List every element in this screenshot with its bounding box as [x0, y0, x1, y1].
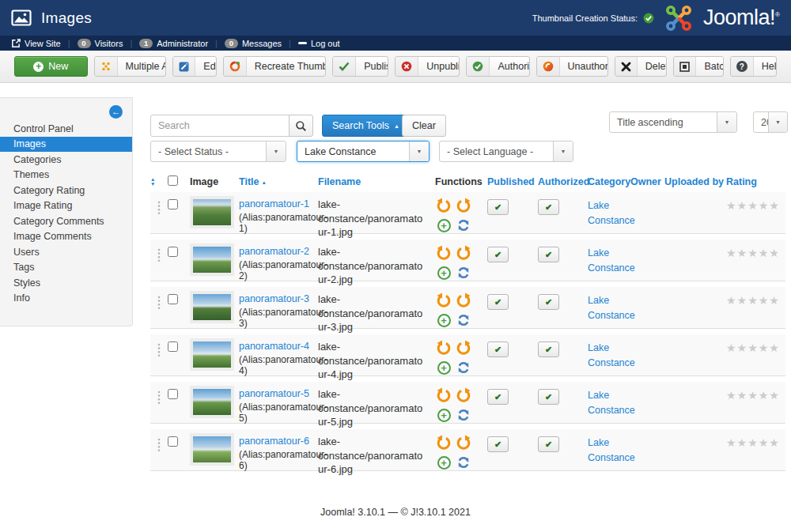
view-site-link[interactable]: View Site	[11, 39, 61, 48]
unpublish-button[interactable]: Unpublish	[395, 56, 460, 77]
row-checkbox[interactable]	[168, 341, 178, 352]
image-title-link[interactable]: panoramatour-1	[239, 198, 318, 209]
header-filename[interactable]: Filename	[318, 176, 435, 187]
published-toggle[interactable]: ✔	[487, 436, 509, 452]
language-filter-select[interactable]: - Select Language - ▼	[439, 141, 573, 162]
authorized-toggle[interactable]: ✔	[538, 341, 559, 357]
image-title-link[interactable]: panoramatour-4	[239, 341, 318, 352]
rotate-right-icon[interactable]	[455, 197, 472, 214]
refresh-icon[interactable]	[455, 311, 472, 329]
drag-handle-icon[interactable]	[150, 433, 168, 452]
row-checkbox[interactable]	[168, 294, 178, 304]
sidebar-item-themes[interactable]: Themes	[0, 168, 132, 183]
rating-stars[interactable]: ★★★★★	[726, 388, 785, 402]
sidebar-collapse-icon[interactable]: ←	[109, 105, 123, 119]
recreate-thumbnails-button[interactable]: Recreate Thumbnails	[223, 56, 327, 77]
row-checkbox[interactable]	[168, 389, 178, 399]
category-link[interactable]: Lake Constance	[588, 388, 630, 418]
refresh-icon[interactable]	[455, 406, 472, 424]
authorized-toggle[interactable]: ✔	[538, 436, 559, 452]
authorized-toggle[interactable]: ✔	[538, 199, 559, 215]
category-link[interactable]: Lake Constance	[588, 246, 630, 276]
rotate-right-icon[interactable]	[455, 244, 472, 262]
sidebar-item-categories[interactable]: Categories	[0, 152, 132, 168]
refresh-icon[interactable]	[455, 454, 472, 471]
header-published[interactable]: Published	[487, 176, 538, 187]
rotate-left-icon[interactable]	[435, 339, 452, 357]
refresh-icon[interactable]	[455, 264, 472, 281]
header-rating[interactable]: Rating	[726, 176, 785, 187]
enlarge-icon[interactable]: +	[435, 217, 452, 234]
rotate-left-icon[interactable]	[435, 197, 452, 214]
sidebar-item-styles[interactable]: Styles	[0, 275, 132, 291]
delete-button[interactable]: Delete	[615, 56, 668, 77]
sidebar-item-control-panel[interactable]: Control Panel	[0, 121, 132, 137]
logout-link[interactable]: Log out	[298, 39, 340, 48]
visitors-link[interactable]: 0 Visitors	[78, 39, 123, 48]
sidebar-item-images[interactable]: Images	[0, 137, 132, 153]
drag-handle-icon[interactable]	[150, 386, 168, 405]
rotate-left-icon[interactable]	[435, 292, 452, 309]
authorized-toggle[interactable]: ✔	[538, 389, 559, 405]
sidebar-item-image-comments[interactable]: Image Comments	[0, 229, 132, 245]
published-toggle[interactable]: ✔	[487, 247, 509, 262]
multiple-add-button[interactable]: Multiple Add	[94, 56, 167, 77]
search-tools-button[interactable]: Search Tools ▲	[322, 115, 410, 137]
publish-button[interactable]: Publish	[332, 56, 388, 77]
row-checkbox[interactable]	[168, 199, 178, 209]
authorized-toggle[interactable]: ✔	[538, 294, 559, 310]
image-thumbnail[interactable]	[190, 291, 234, 323]
image-thumbnail[interactable]	[190, 386, 234, 418]
header-authorized[interactable]: Authorized	[538, 176, 588, 187]
image-thumbnail[interactable]	[190, 196, 234, 228]
clear-button[interactable]: Clear	[402, 115, 446, 137]
image-thumbnail[interactable]	[190, 433, 234, 466]
sort-order-select[interactable]: Title ascending ▼	[609, 111, 737, 133]
rotate-right-icon[interactable]	[455, 339, 472, 357]
help-button[interactable]: ? Help	[730, 56, 777, 77]
refresh-icon[interactable]	[455, 359, 472, 376]
row-checkbox[interactable]	[168, 436, 178, 447]
category-link[interactable]: Lake Constance	[588, 436, 630, 466]
authorize-button[interactable]: Authorize	[466, 56, 529, 77]
sidebar-item-category-comments[interactable]: Category Comments	[0, 213, 132, 229]
new-button[interactable]: + New	[14, 56, 88, 77]
select-all-checkbox[interactable]	[168, 175, 178, 186]
unauthorize-button[interactable]: Unauthorize	[536, 56, 608, 77]
sidebar-item-image-rating[interactable]: Image Rating	[0, 198, 132, 214]
header-category[interactable]: Category	[588, 176, 630, 187]
search-submit-button[interactable]	[289, 115, 313, 137]
ordering-sort-icon[interactable]: ▲▼	[150, 177, 168, 186]
drag-handle-icon[interactable]	[150, 291, 168, 310]
header-uploaded-by[interactable]: Uploaded by	[664, 176, 726, 187]
batch-button[interactable]: Batch	[673, 56, 723, 77]
administrator-link[interactable]: 1 Administrator	[139, 39, 208, 48]
rotate-right-icon[interactable]	[455, 434, 472, 451]
rotate-right-icon[interactable]	[455, 387, 472, 404]
edit-button[interactable]: Edit	[172, 56, 216, 77]
drag-handle-icon[interactable]	[150, 196, 168, 215]
category-link[interactable]: Lake Constance	[588, 293, 630, 323]
enlarge-icon[interactable]: +	[435, 359, 452, 376]
image-title-link[interactable]: panoramatour-2	[239, 246, 318, 257]
rating-stars[interactable]: ★★★★★	[726, 436, 785, 450]
published-toggle[interactable]: ✔	[487, 294, 509, 310]
image-thumbnail[interactable]	[190, 243, 234, 276]
enlarge-icon[interactable]: +	[435, 264, 452, 281]
category-filter-select[interactable]: Lake Constance ▼	[297, 141, 430, 162]
rotate-left-icon[interactable]	[435, 387, 452, 404]
drag-handle-icon[interactable]	[150, 243, 168, 262]
rotate-left-icon[interactable]	[435, 434, 452, 451]
rating-stars[interactable]: ★★★★★	[726, 293, 785, 308]
refresh-icon[interactable]	[455, 217, 472, 234]
published-toggle[interactable]: ✔	[487, 389, 509, 405]
header-owner[interactable]: Owner	[630, 176, 664, 187]
enlarge-icon[interactable]: +	[435, 454, 452, 471]
sidebar-item-category-rating[interactable]: Category Rating	[0, 183, 132, 198]
rating-stars[interactable]: ★★★★★	[726, 198, 785, 213]
image-title-link[interactable]: panoramatour-3	[239, 293, 318, 304]
header-title[interactable]: Title▲	[239, 176, 318, 187]
rating-stars[interactable]: ★★★★★	[726, 341, 785, 355]
search-input[interactable]	[150, 115, 290, 137]
image-title-link[interactable]: panoramatour-6	[239, 436, 318, 447]
